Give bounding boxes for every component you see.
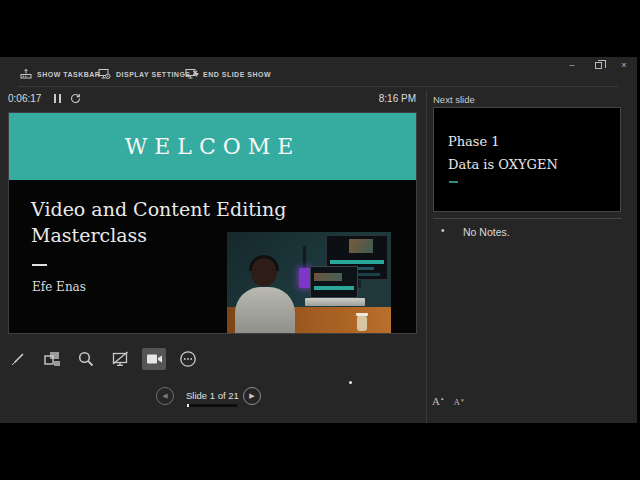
end-slide-show-label: END SLIDE SHOW [203,71,271,78]
notes-separator [433,218,622,219]
mouse-cursor [349,381,352,384]
slide-progress-fill [187,404,189,407]
slide-counter: Slide 1 of 21 [186,390,239,401]
increase-arrow-icon: ▴ [441,395,444,401]
end-slide-show-button[interactable]: END SLIDE SHOW [185,65,271,83]
slide-photo-video-editor [227,232,391,333]
top-toolbar: SHOW TASKBAR DISPLAY SETTINGS ▼ [0,65,637,83]
show-taskbar-button[interactable]: SHOW TASKBAR [20,65,100,83]
taskbar-icon [20,68,32,80]
presenter-view-screen: – × SHOW TASKBAR [0,0,640,480]
presentation-timer: 0:06:17 [8,93,41,104]
display-settings-icon [98,68,111,80]
end-slideshow-icon [185,68,198,80]
notes-text: No Notes. [463,226,510,238]
decrease-text-size-button[interactable]: A ▾ [453,397,463,407]
previous-slide-button[interactable]: ◀ [156,387,174,405]
camera-icon [145,351,164,367]
next-slide-preview[interactable]: Phase 1 Data is OXYGEN [433,107,621,212]
ellipsis-icon [179,350,197,368]
slide-banner-title: WELCOME [125,134,301,159]
toolbar-separator [18,86,618,87]
previous-arrow-icon: ◀ [162,392,167,400]
presenter-view-window: – × SHOW TASKBAR [0,57,637,423]
clock: 8:16 PM [368,93,416,104]
slide-progress-bar [187,404,237,407]
pause-icon [54,94,56,103]
restart-timer-button[interactable] [70,93,81,104]
black-screen-icon [111,350,130,368]
decrease-arrow-icon: ▾ [461,397,464,403]
slide-grid-icon [43,350,62,368]
next-slide-line1: Phase 1 [448,134,500,149]
more-options-button[interactable] [176,348,200,370]
zoom-slide-button[interactable] [74,348,98,370]
show-taskbar-label: SHOW TASKBAR [37,71,100,78]
next-slide-line2: Data is OXYGEN [448,157,558,172]
next-slide-button[interactable]: ▶ [243,387,261,405]
pause-timer-button[interactable] [54,94,64,104]
black-screen-button[interactable] [108,348,132,370]
slide-author: Efe Enas [32,280,86,294]
pen-icon [9,350,27,368]
next-slide-dash [449,181,458,183]
pen-tool-button[interactable] [6,348,30,370]
slide-banner: WELCOME [9,113,416,180]
next-arrow-icon: ▶ [249,392,254,400]
magnifier-icon [77,350,95,368]
panel-divider [426,90,427,423]
pause-icon [59,94,61,103]
see-all-slides-button[interactable] [40,348,64,370]
current-slide[interactable]: WELCOME Video and Content EditingMasterc… [8,112,417,334]
restart-icon [70,93,81,104]
next-slide-label: Next slide [433,94,475,105]
camera-cameo-button[interactable] [142,348,166,370]
slide-body: Video and Content EditingMasterclass Efe… [9,180,416,333]
slide-title-dash [32,264,47,266]
note-bullet: • [441,225,445,236]
notes-font-controls: A ▴ A ▾ [432,395,463,407]
increase-text-size-button[interactable]: A ▴ [432,395,443,407]
annotation-toolbar [6,346,200,372]
